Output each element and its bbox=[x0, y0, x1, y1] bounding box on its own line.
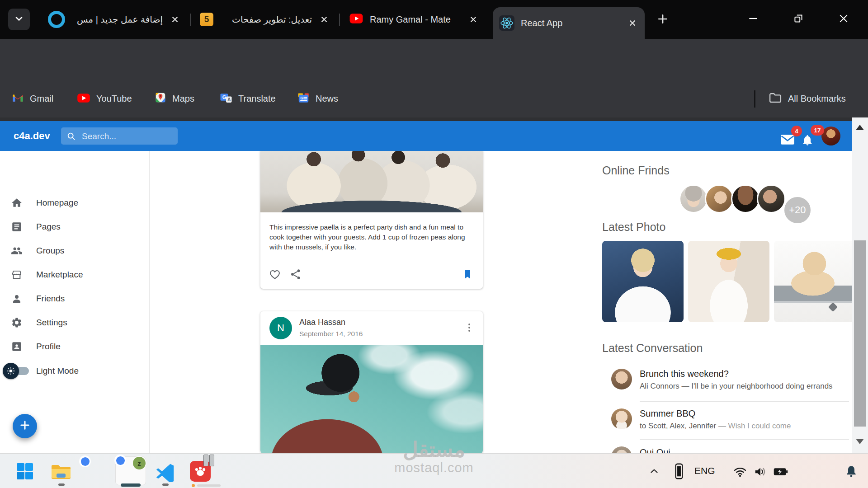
sidebar-item-friends[interactable]: Friends bbox=[0, 288, 149, 309]
svg-text:A: A bbox=[227, 97, 231, 102]
all-bookmarks-button[interactable]: All Bookmarks bbox=[769, 80, 846, 117]
home-icon bbox=[11, 197, 23, 209]
conversation-avatar[interactable] bbox=[611, 408, 632, 429]
bookmark-translate[interactable]: GA Translate bbox=[220, 80, 276, 117]
file-explorer-icon[interactable] bbox=[50, 463, 72, 481]
all-bookmarks-label: All Bookmarks bbox=[788, 94, 846, 104]
online-friends-title: Online Frinds bbox=[602, 164, 670, 177]
close-icon[interactable] bbox=[169, 14, 181, 25]
tab-khamsat[interactable]: 5 تعديل: تطوير صفحات bbox=[193, 0, 336, 39]
close-icon[interactable] bbox=[318, 14, 330, 25]
tab-divider bbox=[190, 14, 191, 26]
chrome-profile-badge: z bbox=[132, 456, 146, 470]
translate-icon: GA bbox=[220, 92, 232, 105]
post-text: This impressive paella is a perfect part… bbox=[260, 212, 483, 252]
friend-avatar[interactable] bbox=[705, 184, 734, 213]
storefront-icon bbox=[11, 269, 23, 281]
sidebar-item-label: Marketplace bbox=[36, 270, 83, 280]
youtube-icon bbox=[349, 13, 363, 26]
app-brand[interactable]: c4a.dev bbox=[14, 121, 50, 151]
tab-react-app[interactable]: React App bbox=[493, 7, 645, 39]
minimize-icon bbox=[747, 13, 759, 26]
search-input[interactable] bbox=[81, 127, 173, 145]
windows-start-icon[interactable] bbox=[16, 462, 34, 480]
post-author-name[interactable]: Alaa Hassan bbox=[299, 318, 345, 327]
battery-charging-icon[interactable] bbox=[771, 464, 790, 480]
friend-avatar[interactable] bbox=[757, 184, 786, 213]
page-viewport: c4a.dev 4 17 Homepage bbox=[0, 117, 852, 453]
wifi-icon[interactable] bbox=[731, 464, 749, 480]
post-menu-more-vert-icon[interactable] bbox=[461, 319, 477, 336]
friend-avatar[interactable] bbox=[731, 184, 760, 213]
khamsat-5-icon: 5 bbox=[200, 13, 213, 26]
bookmark-news[interactable]: G News bbox=[297, 80, 338, 117]
active-app-indicator bbox=[121, 483, 141, 487]
notification-bell-icon[interactable] bbox=[843, 463, 860, 480]
conversation-title[interactable]: Oui Oui bbox=[640, 447, 670, 453]
window-close-button[interactable] bbox=[831, 7, 856, 32]
user-avatar[interactable] bbox=[821, 127, 840, 145]
sidebar-item-pages[interactable]: Pages bbox=[0, 216, 149, 237]
sidebar-item-groups[interactable]: Groups bbox=[0, 240, 149, 261]
tab-search-button[interactable] bbox=[8, 9, 30, 30]
bell-icon[interactable] bbox=[800, 133, 815, 147]
latest-photo-thumbnail[interactable] bbox=[774, 241, 852, 322]
new-tab-button[interactable] bbox=[655, 12, 671, 28]
conversation-preview: Ali Connors — I'll be in your neighborho… bbox=[640, 382, 833, 391]
sidebar-item-profile[interactable]: Profile bbox=[0, 336, 149, 357]
window-restore-button[interactable] bbox=[786, 7, 811, 32]
bookmark-maps[interactable]: Maps bbox=[155, 80, 194, 117]
tab-mostaql[interactable]: إضافة عمل جديد | مس bbox=[42, 0, 187, 39]
close-icon[interactable] bbox=[627, 17, 638, 29]
tray-device-battery-icon[interactable] bbox=[672, 463, 686, 480]
conversation-preview: to Scott, Alex, Jennifer — Wish I could … bbox=[640, 422, 791, 431]
more-friends-count[interactable]: +20 bbox=[783, 196, 812, 225]
window-minimize-button[interactable] bbox=[741, 7, 766, 32]
page-scrollbar[interactable] bbox=[852, 117, 868, 453]
share-icon[interactable] bbox=[288, 266, 304, 282]
tab-youtube[interactable]: Ramy Gamal - Mate bbox=[343, 0, 486, 39]
person-icon bbox=[11, 293, 23, 305]
close-icon[interactable] bbox=[467, 14, 479, 25]
light-mode-sun-icon[interactable] bbox=[3, 363, 19, 379]
sidebar-item-homepage[interactable]: Homepage bbox=[0, 192, 149, 213]
bookmark-youtube[interactable]: YouTube bbox=[77, 80, 132, 117]
svg-text:G: G bbox=[222, 94, 226, 100]
post-author-avatar[interactable]: N bbox=[269, 317, 292, 339]
post-photo-paella[interactable] bbox=[260, 149, 483, 212]
scrollbar-thumb[interactable] bbox=[854, 240, 866, 427]
scroll-up-arrow-icon[interactable] bbox=[856, 125, 864, 130]
conversation-title[interactable]: Brunch this weekend? bbox=[640, 369, 729, 379]
list-divider bbox=[640, 439, 849, 440]
latest-conversation-title: Latest Conversation bbox=[602, 342, 703, 355]
tray-language[interactable]: ENG bbox=[694, 465, 715, 476]
add-post-fab[interactable] bbox=[13, 414, 37, 438]
search-icon bbox=[66, 131, 77, 142]
like-heart-icon[interactable] bbox=[267, 266, 283, 282]
volume-icon[interactable] bbox=[751, 464, 769, 480]
post-date: September 14, 2016 bbox=[299, 330, 363, 338]
latest-photo-thumbnail[interactable] bbox=[688, 241, 769, 322]
latest-photo-thumbnail[interactable] bbox=[602, 241, 684, 322]
restore-icon bbox=[793, 13, 804, 26]
sidebar-item-marketplace[interactable]: Marketplace bbox=[0, 264, 149, 285]
conversation-avatar[interactable] bbox=[611, 446, 632, 453]
light-mode-toggle-row[interactable]: Light Mode bbox=[0, 359, 149, 383]
app-search[interactable] bbox=[61, 127, 178, 145]
tray-chevron-up-icon[interactable] bbox=[646, 464, 662, 479]
friend-avatar[interactable] bbox=[679, 184, 708, 213]
online-friends-avatars: +20 bbox=[679, 184, 812, 225]
tab-title: React App bbox=[521, 18, 620, 28]
recording-progress-bar bbox=[197, 484, 221, 487]
mail-badge: 4 bbox=[791, 126, 802, 136]
scroll-down-arrow-icon[interactable] bbox=[856, 439, 864, 444]
conversation-title[interactable]: Summer BBQ bbox=[640, 408, 695, 419]
conversation-avatar[interactable] bbox=[611, 369, 632, 389]
vscode-icon[interactable] bbox=[156, 461, 176, 482]
sidebar-item-settings[interactable]: Settings bbox=[0, 312, 149, 333]
bookmark-gmail[interactable]: Gmail bbox=[12, 80, 53, 117]
browser-toolbar: localhost:3000 z bbox=[0, 39, 868, 80]
post-photo-sky-man[interactable] bbox=[260, 345, 483, 453]
bookmark-icon[interactable] bbox=[459, 266, 476, 282]
screen: إضافة عمل جديد | مس 5 تعديل: تطوير صفحات… bbox=[0, 0, 868, 488]
